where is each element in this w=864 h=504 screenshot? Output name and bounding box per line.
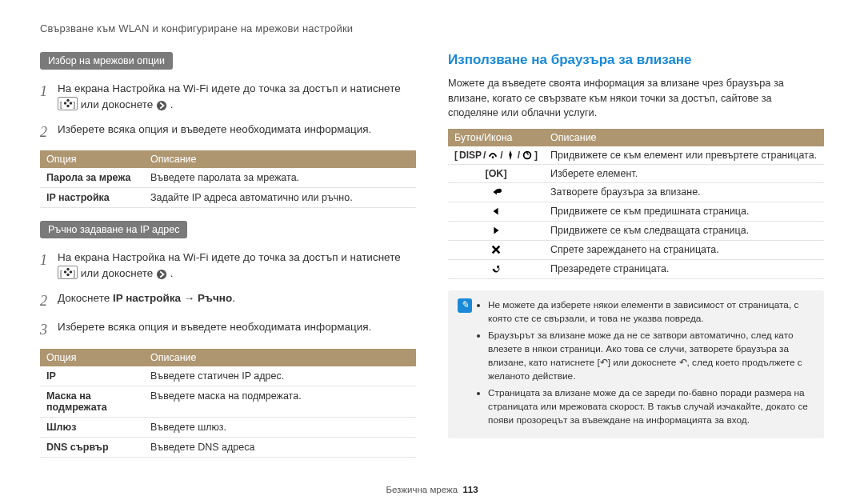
step-text: Изберете всяка опция и въведете необходи… xyxy=(58,319,416,340)
svg-point-8 xyxy=(69,270,72,274)
stop-x-icon xyxy=(448,240,544,259)
table-row: Придвижете се към предишната страница. xyxy=(448,202,824,221)
svg-point-5 xyxy=(66,268,70,271)
table-row: [OK] Изберете елемент. xyxy=(448,164,824,182)
table-row: Маска на подмрежатаВъведете маска на под… xyxy=(40,386,416,417)
step-bold: IP настройка xyxy=(113,292,181,304)
footer-label: Безжична мрежа xyxy=(386,485,458,494)
table-row: [DISP///] Придвижете се към елемент или … xyxy=(448,146,824,165)
section-title-browser-login: Използване на браузъра за влизане xyxy=(448,52,824,68)
chevron-right-icon xyxy=(156,267,167,283)
breadcrumb: Свързване към WLAN и конфигуриране на мр… xyxy=(40,22,824,34)
step-number: 2 xyxy=(40,122,58,142)
flower-button-icon: [] xyxy=(58,97,78,110)
step-number: 3 xyxy=(40,319,58,340)
disp-buttons-icon: [DISP///] xyxy=(454,150,538,161)
note-badge-icon: ✎ xyxy=(458,298,475,431)
table-row: IPВъведете статичен IP адрес. xyxy=(40,366,416,386)
table-header: Описание xyxy=(144,349,416,366)
options-table-2: Опция Описание IPВъведете статичен IP ад… xyxy=(40,349,416,458)
step-bold: Ръчно xyxy=(198,292,232,304)
button-table: Бутон/Икона Описание [DISP///] Придвижет… xyxy=(448,129,824,279)
svg-point-9 xyxy=(157,270,166,279)
step-m2: 2 Докоснете IP настройка → Ръчно. xyxy=(40,290,416,311)
step-text: . xyxy=(170,98,174,110)
note-item: Не можете да изберете някои елементи в з… xyxy=(488,298,814,326)
step-text: . xyxy=(232,292,235,304)
svg-point-1 xyxy=(66,104,70,107)
table-header: Бутон/Икона xyxy=(448,129,544,146)
note-item: Страницата за влизане може да се зареди … xyxy=(488,386,814,427)
chevron-right-icon xyxy=(156,98,167,114)
paragraph: Можете да въведете своята информация за … xyxy=(448,76,824,121)
table-row: IP настройкаЗадайте IP адреса автоматичн… xyxy=(40,188,416,208)
svg-point-2 xyxy=(63,102,66,105)
table-row: Спрете зареждането на страницата. xyxy=(448,240,824,259)
svg-point-7 xyxy=(63,270,66,274)
table-header: Опция xyxy=(40,150,144,168)
options-table-1: Опция Описание Парола за мрежаВъведете п… xyxy=(40,150,416,208)
ok-button-icon: [OK] xyxy=(448,164,544,182)
table-header: Описание xyxy=(144,150,416,168)
table-row: Затворете браузъра за влизане. xyxy=(448,182,824,202)
back-icon xyxy=(448,182,544,202)
step-number: 1 xyxy=(40,250,58,282)
table-header: Опция xyxy=(40,349,144,366)
step-text: или докоснете xyxy=(81,98,153,110)
step-text: На екрана Настройка на Wi-Fi идете до то… xyxy=(58,251,401,263)
step-m1: 1 На екрана Настройка на Wi-Fi идете до … xyxy=(40,250,416,282)
step-m3: 3 Изберете всяка опция и въведете необхо… xyxy=(40,319,416,340)
table-row: Парола за мрежаВъведете паролата за мреж… xyxy=(40,168,416,188)
step-number: 1 xyxy=(40,81,58,114)
section-pill-manual-ip: Ръчно задаване на IP адрес xyxy=(40,221,187,238)
table-row: ШлюзВъведете шлюз. xyxy=(40,417,416,437)
triangle-right-icon xyxy=(448,221,544,240)
table-row: Придвижете се към следващата страница. xyxy=(448,221,824,240)
note-item: Браузърът за влизане може да не се затво… xyxy=(488,329,814,383)
triangle-left-icon xyxy=(448,202,544,221)
table-row: DNS сървърВъведете DNS адреса xyxy=(40,437,416,457)
page-footer: Безжична мрежа 113 xyxy=(40,485,824,494)
page-number: 113 xyxy=(462,485,478,494)
section-pill-network-options: Избор на мрежови опции xyxy=(40,52,173,70)
flower-button-icon: [] xyxy=(58,266,78,279)
step-1: 1 На екрана Настройка на Wi-Fi идете до … xyxy=(40,81,416,114)
svg-point-3 xyxy=(69,102,72,105)
svg-point-10 xyxy=(492,156,494,158)
svg-point-0 xyxy=(66,98,70,102)
step-number: 2 xyxy=(40,290,58,311)
step-text: или докоснете xyxy=(81,267,153,279)
step-text: Докоснете xyxy=(58,292,113,304)
step-2: 2 Изберете всяка опция и въведете необхо… xyxy=(40,122,416,142)
svg-point-6 xyxy=(66,274,70,277)
reload-icon xyxy=(448,259,544,278)
table-row: Презаредете страницата. xyxy=(448,259,824,278)
step-text: . xyxy=(170,267,174,279)
step-text: Изберете всяка опция и въведете необходи… xyxy=(58,122,416,142)
table-header: Описание xyxy=(544,129,824,146)
svg-point-4 xyxy=(157,100,166,110)
note-box: ✎ Не можете да изберете някои елементи в… xyxy=(448,290,824,439)
step-text: → xyxy=(181,292,198,304)
step-text: На екрана Настройка на Wi-Fi идете до то… xyxy=(58,82,401,94)
